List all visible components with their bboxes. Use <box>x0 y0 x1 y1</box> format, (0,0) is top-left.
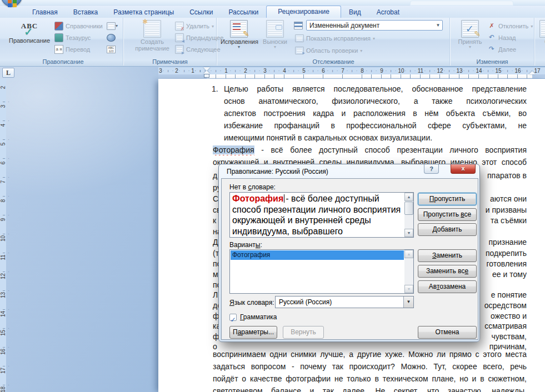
thesaurus-button[interactable]: Тезаурус <box>54 33 91 43</box>
label-text: Ав <box>429 283 437 290</box>
text-fragment-left: Д <box>213 237 218 248</box>
delete-comment-button[interactable]: ✗ Удалить ▾ <box>175 21 214 31</box>
ruler-number: 15 <box>495 67 501 74</box>
window-title-area <box>410 1 513 6</box>
display-for-review-value: Измененный документ <box>307 22 434 29</box>
tab-home[interactable]: Главная <box>24 6 66 18</box>
ruler-tick: · ı · <box>249 67 262 74</box>
show-markup-label: Показать исправления <box>306 35 371 42</box>
set-language-button[interactable]: ▾ <box>107 21 117 31</box>
group-label-proofing: Правописание <box>3 58 123 65</box>
track-changes-button[interactable]: ✎ Исправления ▾ <box>221 19 257 49</box>
word-count-button[interactable]: ABC123 <box>107 44 117 54</box>
tab-view[interactable]: Вид <box>341 6 369 18</box>
scroll-up-button[interactable]: ▲ <box>404 193 413 201</box>
scrollbar-thumb[interactable] <box>404 202 413 215</box>
ruler-tick: · ı · <box>502 67 514 74</box>
chevron-down-icon[interactable]: ▼ <box>403 296 413 308</box>
cancel-button[interactable]: Отмена <box>418 326 477 339</box>
textbox-scrollbar[interactable]: ▲ ▼ <box>404 193 413 237</box>
ruler-number: 8 <box>0 198 6 204</box>
label-text: ропустить <box>434 195 465 203</box>
spelling-dialog: Правописание: Русский (Россия) ? x Нет в… <box>218 164 480 342</box>
scroll-down-button[interactable]: ▼ <box>404 229 413 237</box>
research-icon <box>54 22 63 31</box>
ruler-number: 4 <box>283 67 286 74</box>
grammar-label: Грамматика <box>240 313 277 321</box>
label-text: ловаре: <box>251 183 275 191</box>
suggestion-item-selected[interactable]: Фотография <box>231 250 404 260</box>
help-button[interactable]: ? <box>424 164 439 174</box>
chevron-down-icon: ▾ <box>221 45 257 49</box>
right-indent-marker[interactable] <box>529 71 536 74</box>
label-text: раметры... <box>241 328 274 336</box>
previous-comment-button[interactable]: ◂ Предыдущее <box>175 33 223 43</box>
next-change-button[interactable]: ↷ Далее <box>487 44 516 54</box>
label-text: зык словаря: <box>234 299 274 306</box>
options-button[interactable]: Параметры... <box>229 326 277 339</box>
previous-change-icon: ↶ <box>487 34 496 42</box>
add-button[interactable]: Добавить <box>418 223 477 236</box>
display-for-review-icon <box>294 22 303 29</box>
undo-button[interactable]: Вернуть <box>283 326 324 339</box>
research-button[interactable]: Справочники <box>54 21 103 31</box>
tab-mailings[interactable]: Рассылки <box>221 6 266 18</box>
suggestions-listbox[interactable]: Фотография ▲ ▼ <box>229 249 414 294</box>
ruler-number: 16 <box>514 67 521 74</box>
reject-label: Отклонить <box>498 23 528 29</box>
label-text: аменить <box>436 252 462 259</box>
ruler-number: 13 <box>456 67 462 74</box>
new-comment-button[interactable]: ✱ Создать примечание <box>133 19 172 52</box>
scroll-down-button[interactable]: ▼ <box>404 285 413 293</box>
chevron-down-icon: ▾ <box>212 24 214 28</box>
next-comment-button[interactable]: ▸ Следующее <box>175 44 221 54</box>
show-markup-button[interactable]: Показать исправления ▾ <box>295 33 375 43</box>
translate-button[interactable]: а я Перевод <box>54 44 90 54</box>
balloons-button[interactable]: Выноски ▾ <box>259 19 291 49</box>
ruler-number: 1 <box>224 67 228 74</box>
set-language-icon <box>107 22 116 30</box>
ruler-number: 6 <box>0 160 6 166</box>
ruler-tick: · ı · <box>327 67 339 74</box>
spelling-button[interactable]: ABC✓ Правописание <box>8 19 51 44</box>
ruler-tick: · ı · <box>347 67 359 74</box>
tab-acrobat[interactable]: Acrobat <box>369 6 407 18</box>
hanging-indent-marker[interactable] <box>203 74 210 78</box>
accept-button[interactable]: ✓✎ Принять ▾ <box>455 19 485 49</box>
dictionary-language-dropdown[interactable]: Русский (Россия) ▼ <box>275 296 414 308</box>
not-in-dictionary-textbox[interactable]: Фоторафия- всё более доступный способ пр… <box>229 192 414 238</box>
ruler-number: 7 <box>341 67 344 74</box>
suggestions-label: Варианты: <box>229 241 262 249</box>
ruler-number: 12 <box>0 273 6 279</box>
ruler-number: 18 <box>0 386 6 392</box>
display-for-review-combobox[interactable]: Измененный документ ▼ <box>306 20 443 31</box>
ignore-all-button[interactable]: Пропустить все <box>418 208 477 221</box>
close-button[interactable]: x <box>451 164 476 174</box>
ruler-tick: · ı · <box>308 67 320 74</box>
ignore-button[interactable]: Пропустить <box>418 193 477 205</box>
scroll-up-button[interactable]: ▲ <box>404 250 413 258</box>
autocorrect-button[interactable]: Автозамена <box>418 280 477 293</box>
grammar-checkbox[interactable]: ✓ <box>229 314 237 321</box>
ruler-number: 14 <box>476 67 482 74</box>
change-button[interactable]: Заменить <box>418 249 477 262</box>
text-fragment-left: д <box>213 170 217 181</box>
previous-change-button[interactable]: ↶ Назад <box>487 33 516 43</box>
globe-button[interactable] <box>107 33 117 42</box>
compare-button[interactable]: Ср <box>537 19 545 45</box>
change-all-button[interactable]: Заменить все <box>418 265 477 278</box>
ruler-number: 5 <box>0 141 6 147</box>
tab-review[interactable]: Рецензирование <box>266 6 341 18</box>
tab-references[interactable]: Ссылки <box>182 6 221 18</box>
reviewing-pane-button[interactable]: ▸ Область проверки ▾ <box>295 46 362 56</box>
chevron-down-icon: ▾ <box>373 37 375 41</box>
word-count-icon: ABC123 <box>107 46 116 53</box>
dialog-body: Нет в словаре: Фоторафия- всё более дост… <box>221 178 478 340</box>
tab-page-layout[interactable]: Разметка страницы <box>106 6 182 18</box>
reject-button[interactable]: ✗ Отклонить ▾ <box>487 21 533 31</box>
listbox-scrollbar[interactable]: ▲ ▼ <box>404 250 413 293</box>
ruler-tick-strip <box>158 74 545 78</box>
tab-insert[interactable]: Вставка <box>66 6 106 18</box>
chevron-down-icon[interactable]: ▼ <box>434 21 442 30</box>
tab-stop-selector[interactable]: L <box>2 68 14 78</box>
